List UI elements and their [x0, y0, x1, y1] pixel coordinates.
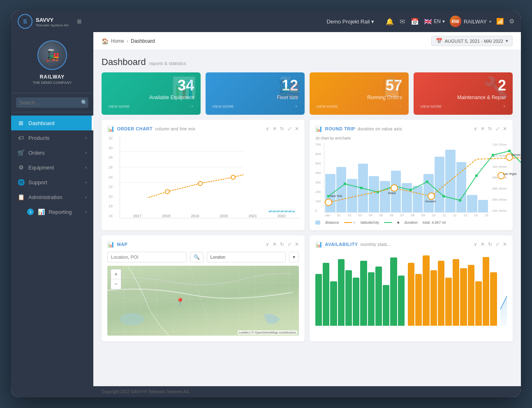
bar-2022: 2022	[268, 211, 295, 218]
svg-point-32	[120, 313, 144, 325]
trend-line	[120, 136, 243, 198]
search-wrap[interactable]: 🔍	[16, 97, 88, 108]
map-zoom-controls[interactable]: + −	[111, 269, 121, 290]
collapse-icon[interactable]: ∨	[266, 241, 269, 247]
calendar-icon[interactable]: 📅	[411, 18, 419, 26]
order-chart-header: 📊 ORDER CHART column and line mix ∨ ✕ ↻ …	[107, 125, 299, 132]
close-icon[interactable]: ✕	[503, 126, 507, 132]
support-icon: 🌐	[18, 179, 24, 185]
chart-bg-icon: 📊	[171, 76, 197, 100]
availability-controls: ∨ ✕ ↻ ⤢ ✕	[474, 241, 507, 247]
svg-point-22	[325, 199, 332, 206]
expand-icon[interactable]: ⤢	[495, 241, 500, 247]
admin-icon: 📋	[18, 194, 24, 200]
stat-card-orders[interactable]: 📋 57 Running Orders VIEW MORE －	[310, 72, 409, 115]
messages-icon[interactable]: ✉	[400, 18, 405, 26]
x-axis-labels: Jan 01 02 03 04 05 06 07 08	[324, 213, 489, 217]
svg-text:Miami: Miami	[388, 192, 396, 195]
collapse-icon[interactable]: ∨	[474, 126, 477, 132]
refresh-icon[interactable]: ↻	[280, 241, 284, 247]
expand-icon[interactable]: ⤢	[495, 126, 500, 132]
refresh-icon[interactable]: ↻	[488, 126, 492, 132]
close-icon[interactable]: ✕	[295, 241, 299, 247]
stat-card-maintenance[interactable]: 🔧 2 Maintenance & Repair VIEW MORE ＋	[414, 72, 513, 115]
map-area: 📍 + − Leaflet | © OpenStreetMap contribu…	[107, 266, 299, 336]
breadcrumb: 🏠 Home › Dashboard	[102, 38, 155, 44]
sidebar-item-administration[interactable]: 📋 Administration ›	[11, 190, 93, 204]
svg-text:New York: New York	[330, 195, 342, 197]
zoom-in-button[interactable]: +	[111, 269, 121, 279]
topbar: S SAVVY Telematic Systems AG ≡ Demo Proj…	[11, 11, 521, 32]
refresh-icon[interactable]: ↻	[280, 126, 284, 132]
maintenance-bg-icon: 🔧	[483, 76, 509, 100]
sidebar-item-equipment[interactable]: ⚙ Equipment ›	[11, 160, 93, 175]
map-search-button[interactable]: 🔍	[190, 252, 204, 262]
sidebar-profile: 🚂 RAILWAY THE DEMO COMPANY	[11, 32, 93, 93]
collapse-icon[interactable]: ∨	[474, 241, 477, 247]
refresh-icon[interactable]: ↻	[488, 241, 492, 247]
sidebar-item-reporting[interactable]: 1 📊 Reporting ›	[11, 204, 93, 219]
expand-icon[interactable]: ⤢	[287, 126, 291, 132]
expand-icon[interactable]: ⤢	[287, 241, 291, 247]
equipment-icon: ⚙	[18, 164, 24, 171]
chevron-right-icon: ›	[86, 180, 87, 185]
chevron-right-icon: ›	[86, 195, 87, 199]
rt-chart-area: New York Miami Houston Denver	[324, 143, 489, 217]
close-icon[interactable]: ✕	[295, 126, 299, 132]
map-tile: 📍 + − Leaflet | © OpenStreetMap contribu…	[107, 266, 299, 336]
settings-icon[interactable]: ✕	[481, 126, 485, 132]
zoom-out-button[interactable]: −	[111, 279, 121, 289]
svg-rect-9	[327, 195, 330, 197]
sidebar-item-orders[interactable]: 🛒 Orders ›	[11, 145, 93, 160]
reporting-badge: 1	[27, 209, 34, 215]
hamburger-button[interactable]: ≡	[77, 17, 82, 26]
search-input[interactable]	[19, 100, 81, 106]
sidebar-item-support[interactable]: 🌐 Support ›	[11, 175, 93, 190]
settings-icon[interactable]: ✕	[481, 241, 485, 247]
svg-point-6	[231, 175, 235, 179]
settings-icon[interactable]: ✕	[273, 241, 277, 247]
sidebar-item-dashboard[interactable]: ⊞ Dashboard	[11, 116, 93, 130]
stat-cards: 📊 34 Available Equipment VIEW MORE ＋ 🚂 1…	[102, 72, 513, 115]
app-body: 🚂 RAILWAY THE DEMO COMPANY 🔍 ⊞ Dashboard…	[11, 32, 521, 397]
notifications-icon[interactable]: 🔔	[386, 18, 394, 26]
dashboard-page: Dashboard raports & statistics 📊 34 Avai…	[93, 50, 521, 386]
svg-text:Las Vegas: Las Vegas	[503, 172, 517, 176]
settings-icon[interactable]: ⚙	[509, 18, 514, 25]
profile-avatar: 🚂	[37, 40, 67, 70]
availability-chart	[315, 252, 507, 326]
device-frame: S SAVVY Telematic Systems AG ≡ Demo Proj…	[11, 11, 521, 397]
logo-icon: S	[18, 14, 32, 29]
svg-text:Denver: Denver	[511, 153, 521, 156]
map-location-input[interactable]	[107, 252, 187, 262]
charts-row-1: 📊 ORDER CHART column and line mix ∨ ✕ ↻ …	[102, 120, 513, 230]
stat-card-fleet[interactable]: 🚂 12 Fleet size VIEW MORE ＋	[206, 72, 305, 115]
svg-rect-20	[508, 150, 511, 152]
calendar-icon: 📅	[436, 38, 442, 44]
avatar: RW	[450, 16, 461, 27]
stat-card-equipment[interactable]: 📊 34 Available Equipment VIEW MORE ＋	[102, 72, 201, 115]
date-range-picker[interactable]: 📅 AUGUST 5, 2021 - MAI 2022 ▾	[431, 36, 513, 46]
bar-2020: 2020	[211, 212, 237, 218]
order-chart-bars: 32 30 28 26 24 22 20 18 16	[120, 136, 299, 218]
order-chart-title: 📊 ORDER CHART column and line mix	[107, 125, 195, 132]
settings-icon[interactable]: ✕	[273, 126, 277, 132]
map-location-button[interactable]: ▾	[289, 252, 299, 262]
map-destination-input[interactable]	[207, 252, 286, 262]
close-icon[interactable]: ✕	[503, 241, 507, 247]
order-chart-controls: ∨ ✕ ↻ ⤢ ✕	[266, 126, 299, 132]
project-selector[interactable]: Demo Projekt Rail ▾	[326, 19, 374, 25]
collapse-icon[interactable]: ∨	[266, 126, 269, 132]
language-selector[interactable]: 🇬🇧 EN ▾	[424, 18, 445, 26]
nav-menu: ⊞ Dashboard 🏷 Products › 🛒 Orders › ⚙ Eq…	[11, 112, 93, 397]
svg-rect-16	[442, 195, 445, 197]
round-trip-body: 700 600 500 400 300 200 100 0	[315, 143, 507, 225]
user-menu[interactable]: RW RAILWAY ▾	[450, 16, 491, 27]
copyright-bar: Copyright 2022 SAVVY® Telematic Systems …	[93, 386, 521, 397]
round-trip-controls: ∨ ✕ ↻ ⤢ ✕	[474, 126, 507, 132]
round-trip-header: 📊 ROUND TRIP duration on value axis ∨ ✕ …	[315, 125, 507, 132]
map-pin: 📍	[176, 297, 185, 306]
y-axis-labels: 32 30 28 26 24 22 20 18 16	[109, 136, 113, 218]
svg-rect-18	[475, 174, 478, 177]
sidebar-item-products[interactable]: 🏷 Products ›	[11, 130, 93, 145]
